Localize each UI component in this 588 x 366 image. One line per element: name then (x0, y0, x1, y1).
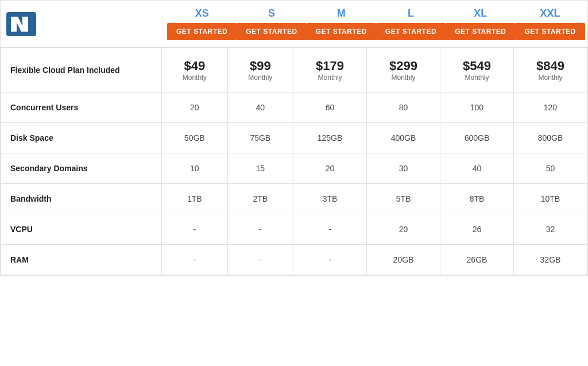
header-row: XSGET STARTEDSGET STARTEDMGET STARTEDLGE… (1, 1, 587, 48)
plan-name-s: S (268, 7, 275, 20)
value-cell-6-4: 26GB (440, 245, 514, 275)
value-cell-6-5: 32GB (513, 245, 587, 275)
value-cell-6-0: - (162, 245, 228, 275)
price-period-5: Monthly (519, 74, 582, 82)
table-row-3: Secondary Domains101520304050 (1, 153, 587, 184)
get-started-btn-l[interactable]: GET STARTED (376, 23, 446, 40)
row-label-cell-0: Flexible Cloud Plan Included (1, 48, 162, 93)
value-cell-4-0: 1TB (162, 184, 228, 214)
plans-header: XSGET STARTEDSGET STARTEDMGET STARTEDLGE… (167, 7, 585, 40)
price-value-0: $49 (167, 59, 223, 74)
value-cell-6-3: 20GB (367, 245, 440, 275)
price-value-3: $299 (372, 59, 435, 74)
table-row-1: Concurrent Users20406080100120 (1, 93, 587, 123)
get-started-btn-xxl[interactable]: GET STARTED (515, 23, 585, 40)
row-label-cell-4: Bandwidth (1, 184, 162, 214)
value-cell-2-4: 600GB (440, 123, 514, 153)
row-label-cell-3: Secondary Domains (1, 153, 162, 184)
value-cell-4-4: 8TB (440, 184, 514, 214)
price-period-0: Monthly (167, 74, 223, 82)
get-started-btn-xl[interactable]: GET STARTED (446, 23, 515, 40)
value-cell-5-4: 26 (440, 214, 514, 245)
plan-name-xl: XL (474, 7, 487, 20)
value-cell-1-2: 60 (293, 93, 367, 123)
row-label-text-6: RAM (10, 255, 29, 264)
row-label-cell-5: VCPU (1, 214, 162, 245)
price-value-5: $849 (519, 59, 582, 74)
pricing-table-container: XSGET STARTEDSGET STARTEDMGET STARTEDLGE… (0, 0, 588, 276)
plan-col-s: SGET STARTED (237, 7, 306, 40)
row-label-cell-6: RAM (1, 245, 162, 275)
value-cell-3-3: 30 (367, 153, 440, 184)
value-cell-1-5: 120 (513, 93, 587, 123)
value-cell-3-4: 40 (440, 153, 514, 184)
table-row-2: Disk Space50GB75GB125GB400GB600GB800GB (1, 123, 587, 153)
value-cell-1-3: 80 (367, 93, 440, 123)
value-cell-0-3: $299Monthly (367, 48, 440, 93)
value-cell-0-2: $179Monthly (293, 48, 367, 93)
value-cell-3-1: 15 (227, 153, 293, 184)
plan-col-m: MGET STARTED (307, 7, 376, 40)
table-row-6: RAM---20GB26GB32GB (1, 245, 587, 275)
value-cell-3-2: 20 (293, 153, 367, 184)
value-cell-5-0: - (162, 214, 228, 245)
row-label-text-5: VCPU (10, 225, 33, 234)
plan-name-xxl: XXL (540, 7, 560, 20)
logo-area (6, 12, 167, 36)
value-cell-6-2: - (293, 245, 367, 275)
price-value-4: $549 (445, 59, 509, 74)
value-cell-2-5: 800GB (513, 123, 587, 153)
price-period-3: Monthly (372, 74, 435, 82)
value-cell-4-1: 2TB (227, 184, 293, 214)
value-cell-2-1: 75GB (227, 123, 293, 153)
pricing-data-table: Flexible Cloud Plan Included$49Monthly$9… (1, 48, 587, 275)
row-label-text-0: Flexible Cloud Plan Included (10, 66, 120, 75)
value-cell-3-5: 50 (513, 153, 587, 184)
row-label-text-2: Disk Space (10, 133, 53, 142)
plan-col-l: LGET STARTED (376, 7, 446, 40)
price-value-1: $99 (233, 59, 289, 74)
get-started-btn-m[interactable]: GET STARTED (307, 23, 376, 40)
value-cell-1-4: 100 (440, 93, 514, 123)
row-label-cell-1: Concurrent Users (1, 93, 162, 123)
value-cell-5-3: 20 (367, 214, 440, 245)
get-started-btn-s[interactable]: GET STARTED (237, 23, 306, 40)
value-cell-5-1: - (227, 214, 293, 245)
row-label-text-4: Bandwidth (10, 194, 52, 203)
row-label-text-1: Concurrent Users (10, 103, 78, 112)
value-cell-1-1: 40 (227, 93, 293, 123)
value-cell-4-3: 5TB (367, 184, 440, 214)
value-cell-6-1: - (227, 245, 293, 275)
plan-col-xxl: XXLGET STARTED (515, 7, 585, 40)
value-cell-2-2: 125GB (293, 123, 367, 153)
plan-col-xs: XSGET STARTED (167, 7, 237, 40)
price-value-2: $179 (298, 59, 362, 74)
price-period-4: Monthly (445, 74, 509, 82)
price-period-1: Monthly (233, 74, 289, 82)
value-cell-0-4: $549Monthly (440, 48, 514, 93)
plan-name-m: M (337, 7, 346, 20)
value-cell-0-1: $99Monthly (227, 48, 293, 93)
row-label-cell-2: Disk Space (1, 123, 162, 153)
value-cell-4-2: 3TB (293, 184, 367, 214)
plan-col-xl: XLGET STARTED (446, 7, 515, 40)
value-cell-0-0: $49Monthly (162, 48, 228, 93)
value-cell-2-0: 50GB (162, 123, 228, 153)
value-cell-3-0: 10 (162, 153, 228, 184)
price-period-2: Monthly (298, 74, 362, 82)
get-started-btn-xs[interactable]: GET STARTED (167, 23, 237, 40)
value-cell-4-5: 10TB (513, 184, 587, 214)
value-cell-5-5: 32 (513, 214, 587, 245)
value-cell-2-3: 400GB (367, 123, 440, 153)
table-row-0: Flexible Cloud Plan Included$49Monthly$9… (1, 48, 587, 93)
value-cell-5-2: - (293, 214, 367, 245)
table-row-5: VCPU---202632 (1, 214, 587, 245)
plan-name-xs: XS (195, 7, 209, 20)
value-cell-0-5: $849Monthly (513, 48, 587, 93)
value-cell-1-0: 20 (162, 93, 228, 123)
row-label-text-3: Secondary Domains (10, 164, 88, 173)
table-row-4: Bandwidth1TB2TB3TB5TB8TB10TB (1, 184, 587, 214)
plan-name-l: L (408, 7, 414, 20)
logo-icon (6, 12, 36, 36)
